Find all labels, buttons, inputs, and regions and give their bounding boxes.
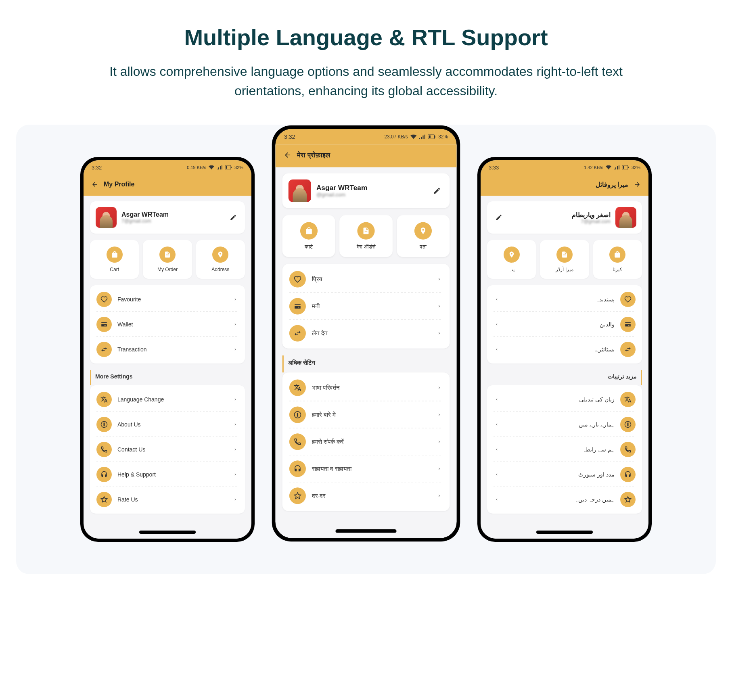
showcase-panel: 3:32 0.19 KB/s 32% My Profile Asgar WRTe… — [16, 125, 716, 574]
menu-favourite[interactable]: پسندیدہ — [487, 287, 642, 312]
menu-label: زبان کی تبدیلی — [506, 396, 615, 403]
menu-contact[interactable]: ہم سے رابطہ — [487, 437, 642, 462]
quick-action-order[interactable]: मेरा ऑर्डर्स — [339, 215, 392, 257]
app-header: मेरा प्रोफ़ाइल — [275, 144, 456, 167]
menu-help[interactable]: सहायता व सहायता — [282, 455, 450, 482]
section-more-settings: مزید ترتیبات — [608, 370, 642, 385]
menu-about[interactable]: ہمارے بارے میں — [487, 412, 642, 437]
svg-rect-8 — [623, 166, 624, 169]
quick-action-cart[interactable]: कार्ट — [282, 215, 335, 257]
battery-icon — [622, 165, 629, 169]
list-icon — [159, 247, 176, 263]
chevron-right-icon — [232, 446, 238, 453]
menu-label: ہم سے رابطہ — [506, 446, 615, 453]
app-header: My Profile — [84, 175, 251, 196]
section-more-settings: More Settings — [90, 370, 134, 385]
menu-favourite[interactable]: प्रिय — [282, 266, 450, 293]
star-icon — [620, 492, 636, 507]
menu-label: والدین — [506, 321, 615, 328]
edit-button[interactable] — [493, 211, 505, 224]
chevron-left-icon — [494, 396, 500, 403]
list-icon — [556, 247, 573, 263]
location-icon — [212, 247, 228, 263]
menu-label: सहायता व सहायता — [312, 465, 430, 472]
back-button[interactable] — [283, 150, 292, 159]
menu-label: پسندیدہ — [506, 296, 615, 303]
chevron-left-icon — [494, 496, 500, 503]
menu-rate[interactable]: Rate Us — [90, 487, 245, 512]
quick-action-address[interactable]: Address — [196, 240, 245, 279]
chevron-right-icon — [436, 330, 443, 336]
profile-email: @gmail.com — [316, 192, 425, 198]
menu-rate[interactable]: दर-दर — [282, 482, 450, 509]
status-bar: 3:33 1.42 KB/s 32% — [481, 160, 648, 175]
chevron-right-icon — [232, 346, 238, 353]
menu-label: हमारे बारे में — [312, 411, 430, 418]
wallet-icon — [620, 317, 636, 332]
quick-action-order[interactable]: My Order — [143, 240, 192, 279]
svg-rect-1 — [231, 167, 232, 168]
qa-label: پتہ — [509, 267, 514, 272]
svg-rect-2 — [226, 166, 227, 169]
back-button[interactable] — [91, 180, 99, 188]
info-icon — [620, 417, 636, 432]
phone-hindi: 3:32 23.07 KB/s 32% मेरा प्रोफ़ाइल Asgar… — [272, 125, 460, 541]
support-icon — [620, 467, 636, 482]
menu-label: Wallet — [117, 321, 226, 328]
translate-icon — [289, 379, 306, 396]
chevron-left-icon — [494, 321, 500, 328]
translate-icon — [96, 392, 112, 407]
quick-action-cart[interactable]: کیرثا — [593, 240, 642, 279]
transfer-icon — [96, 342, 112, 357]
list-icon — [357, 222, 374, 240]
header-title: मेरा प्रोफ़ाइल — [297, 151, 330, 159]
wifi-icon — [606, 165, 611, 169]
menu-wallet[interactable]: Wallet — [90, 312, 245, 337]
back-button[interactable] — [633, 180, 641, 188]
quick-action-cart[interactable]: Cart — [90, 240, 139, 279]
edit-button[interactable] — [431, 184, 443, 197]
home-indicator — [335, 529, 396, 533]
menu-transaction[interactable]: بسٹائٹرے — [487, 337, 642, 362]
edit-button[interactable] — [227, 211, 239, 224]
chevron-right-icon — [232, 421, 238, 428]
menu-help[interactable]: Help & Support — [90, 462, 245, 487]
menu-label: Language Change — [117, 396, 226, 403]
chevron-right-icon — [436, 438, 443, 445]
status-time: 3:33 — [489, 165, 499, 171]
menu-about[interactable]: हमारे बारे में — [282, 401, 450, 428]
menu-language[interactable]: भाषा परिवर्तन — [282, 374, 450, 401]
status-time: 3:32 — [284, 134, 295, 140]
menu-contact[interactable]: Contact Us — [90, 437, 245, 462]
menu-language[interactable]: زبان کی تبدیلی — [487, 387, 642, 412]
menu-rate[interactable]: ہمیں درجہ دیں۔ — [487, 487, 642, 512]
info-icon — [289, 406, 306, 423]
quick-action-address[interactable]: پتہ — [487, 240, 536, 279]
home-indicator — [536, 531, 593, 534]
chevron-right-icon — [436, 492, 443, 499]
phone-icon — [620, 442, 636, 457]
menu-about[interactable]: About Us — [90, 412, 245, 437]
qa-label: Address — [211, 267, 229, 272]
chevron-right-icon — [232, 471, 238, 478]
phone-urdu: 3:33 1.42 KB/s 32% میرا پروفائل اصغر ویا… — [477, 157, 652, 542]
menu-favourite[interactable]: Favourite — [90, 287, 245, 312]
menu-contact[interactable]: हमसे संपर्क करें — [282, 428, 450, 455]
menu-wallet[interactable]: والدین — [487, 312, 642, 337]
menu-transaction[interactable]: लेन देन — [282, 320, 450, 347]
chevron-right-icon — [436, 303, 443, 309]
page-subtitle: It allows comprehensive language options… — [84, 62, 648, 100]
heart-icon — [289, 271, 306, 288]
menu-wallet[interactable]: मनी — [282, 293, 450, 320]
chevron-left-icon — [494, 296, 500, 303]
menu-transaction[interactable]: Transaction — [90, 337, 245, 362]
menu-help[interactable]: مدد اور سپورٹ — [487, 462, 642, 487]
signal-icon — [614, 165, 619, 169]
menu-language[interactable]: Language Change — [90, 387, 245, 412]
quick-action-address[interactable]: पता — [397, 215, 450, 257]
star-icon — [289, 487, 306, 504]
qa-label: My Order — [157, 267, 178, 272]
status-battery: 32% — [632, 165, 640, 170]
chevron-left-icon — [494, 446, 500, 453]
quick-action-order[interactable]: میرا آرڈر — [540, 240, 589, 279]
